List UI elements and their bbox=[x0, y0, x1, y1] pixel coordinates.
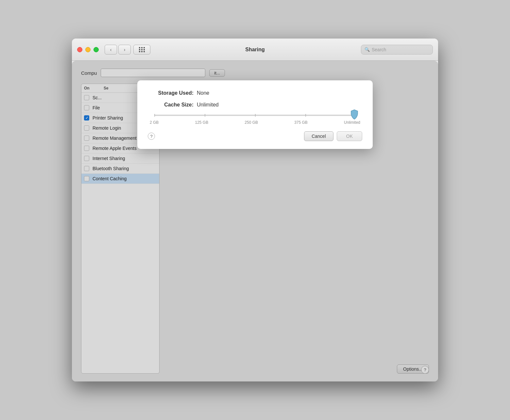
maximize-button[interactable] bbox=[94, 47, 99, 52]
modal-help-button[interactable]: ? bbox=[148, 133, 155, 140]
ok-button[interactable]: OK bbox=[337, 131, 362, 141]
forward-icon: › bbox=[124, 47, 126, 52]
window-content: Compu it... On Se Sc... bbox=[72, 61, 438, 381]
slider-thumb-icon bbox=[350, 109, 359, 120]
slider-label-250gb: 250 GB bbox=[245, 120, 258, 125]
storage-used-row: Storage Used: None bbox=[148, 90, 362, 96]
search-placeholder: Search bbox=[372, 47, 386, 52]
cache-size-label: Cache Size: bbox=[148, 102, 194, 108]
slider-label-375gb: 375 GB bbox=[294, 120, 308, 125]
cancel-button[interactable]: Cancel bbox=[304, 131, 333, 141]
main-window: ‹ › Sharing 🔍 Search bbox=[72, 39, 438, 381]
title-bar: ‹ › Sharing 🔍 Search bbox=[72, 39, 438, 61]
cache-size-value: Unlimited bbox=[197, 102, 219, 108]
cache-size-row: Cache Size: Unlimited bbox=[148, 102, 362, 108]
modal-buttons: ? Cancel OK bbox=[148, 131, 362, 141]
slider-section: 2 GB 125 GB 250 GB 375 GB Unlimited bbox=[148, 114, 362, 125]
grid-view-button[interactable] bbox=[133, 45, 150, 55]
traffic-lights bbox=[77, 47, 99, 52]
slider-labels: 2 GB 125 GB 250 GB 375 GB Unlimited bbox=[148, 120, 362, 125]
modal-overlay: Storage Used: None Cache Size: Unlimited bbox=[72, 61, 438, 381]
storage-used-label: Storage Used: bbox=[148, 90, 194, 96]
close-button[interactable] bbox=[77, 47, 82, 52]
window-title: Sharing bbox=[245, 47, 265, 53]
minimize-button[interactable] bbox=[85, 47, 91, 52]
modal-sheet: Storage Used: None Cache Size: Unlimited bbox=[137, 80, 373, 149]
search-icon: 🔍 bbox=[365, 47, 370, 52]
slider-label-125gb: 125 GB bbox=[195, 120, 208, 125]
back-icon: ‹ bbox=[110, 47, 112, 52]
search-bar[interactable]: 🔍 Search bbox=[361, 45, 433, 55]
forward-button[interactable]: › bbox=[118, 45, 131, 55]
back-button[interactable]: ‹ bbox=[105, 45, 117, 55]
grid-icon bbox=[139, 47, 145, 52]
slider-label-2gb: 2 GB bbox=[150, 120, 159, 125]
storage-used-value: None bbox=[197, 90, 209, 96]
nav-buttons: ‹ › bbox=[105, 45, 131, 55]
desktop: ‹ › Sharing 🔍 Search bbox=[0, 0, 510, 420]
slider-label-unlimited: Unlimited bbox=[344, 120, 360, 125]
